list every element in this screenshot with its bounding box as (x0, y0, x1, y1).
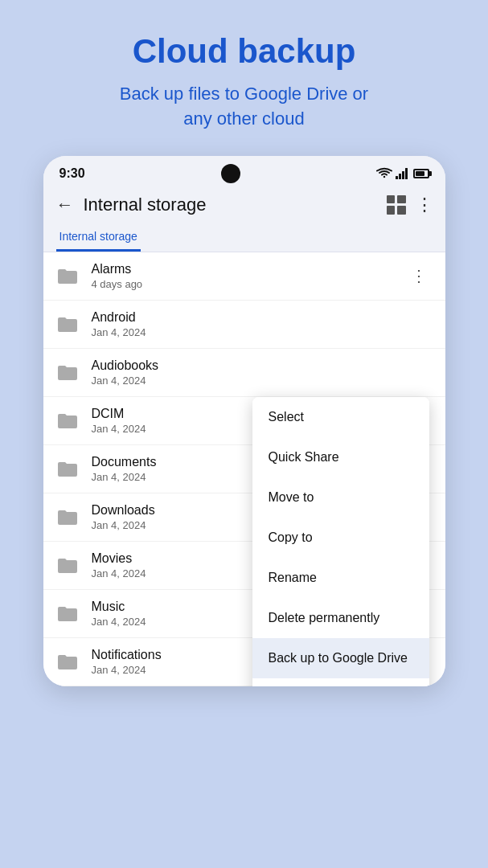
battery-icon (413, 169, 429, 178)
context-menu: Select Quick Share Move to Copy to Renam… (252, 397, 429, 686)
menu-item-backup[interactable]: Back up to Google Drive (252, 638, 429, 678)
status-bar: 9:30 (43, 156, 445, 188)
folder-icon (56, 265, 79, 286)
folder-icon (56, 410, 79, 431)
list-item: Audiobooks Jan 4, 2024 (43, 349, 445, 397)
folder-icon (56, 555, 79, 575)
menu-item-folder-info[interactable]: Folder info (252, 678, 429, 686)
more-button[interactable]: ⋮ (404, 263, 433, 289)
toolbar-title: Internal storage (84, 194, 377, 215)
svg-rect-1 (399, 174, 401, 179)
file-name: Audiobooks (92, 358, 433, 373)
wifi-icon (376, 167, 392, 179)
svg-rect-2 (402, 171, 404, 179)
list-item: Alarms 4 days ago ⋮ (43, 252, 445, 301)
grid-view-button[interactable] (387, 195, 406, 215)
file-date: 4 days ago (92, 278, 404, 290)
menu-item-select[interactable]: Select (252, 397, 429, 437)
signal-icon (396, 168, 408, 179)
file-date: Jan 4, 2024 (92, 375, 433, 387)
svg-rect-0 (396, 176, 398, 179)
phone-container: 9:30 ← Internal storage (43, 156, 445, 686)
file-list: Alarms 4 days ago ⋮ Android Jan 4, 2024 (43, 252, 445, 686)
menu-item-delete[interactable]: Delete permanently (252, 598, 429, 638)
list-item: Android Jan 4, 2024 (43, 301, 445, 349)
status-time: 9:30 (59, 166, 85, 181)
file-info: Alarms 4 days ago (92, 262, 404, 290)
folder-icon (56, 506, 79, 527)
menu-item-move-to[interactable]: Move to (252, 477, 429, 518)
file-info: Audiobooks Jan 4, 2024 (92, 358, 433, 387)
folder-icon (56, 362, 79, 383)
tab-bar: Internal storage (43, 222, 445, 252)
menu-item-rename[interactable]: Rename (252, 558, 429, 598)
menu-item-quick-share[interactable]: Quick Share (252, 437, 429, 477)
menu-item-copy-to[interactable]: Copy to (252, 518, 429, 558)
toolbar: ← Internal storage ⋮ (43, 188, 445, 222)
back-button[interactable]: ← (56, 194, 74, 215)
folder-icon (56, 313, 79, 334)
header-section: Cloud backup Back up files to Google Dri… (0, 0, 488, 148)
file-info: Android Jan 4, 2024 (92, 310, 433, 338)
folder-icon (56, 651, 79, 672)
toolbar-more-button[interactable]: ⋮ (416, 194, 433, 215)
file-name: Android (92, 310, 433, 325)
subtitle: Back up files to Google Drive orany othe… (32, 82, 456, 132)
tab-internal-storage[interactable]: Internal storage (56, 222, 141, 252)
folder-icon (56, 603, 79, 624)
svg-rect-3 (405, 168, 408, 179)
main-title: Cloud backup (32, 32, 456, 71)
camera-dot (221, 164, 240, 183)
folder-icon (56, 458, 79, 479)
status-icons (376, 167, 429, 179)
file-date: Jan 4, 2024 (92, 326, 433, 338)
file-name: Alarms (92, 262, 404, 276)
